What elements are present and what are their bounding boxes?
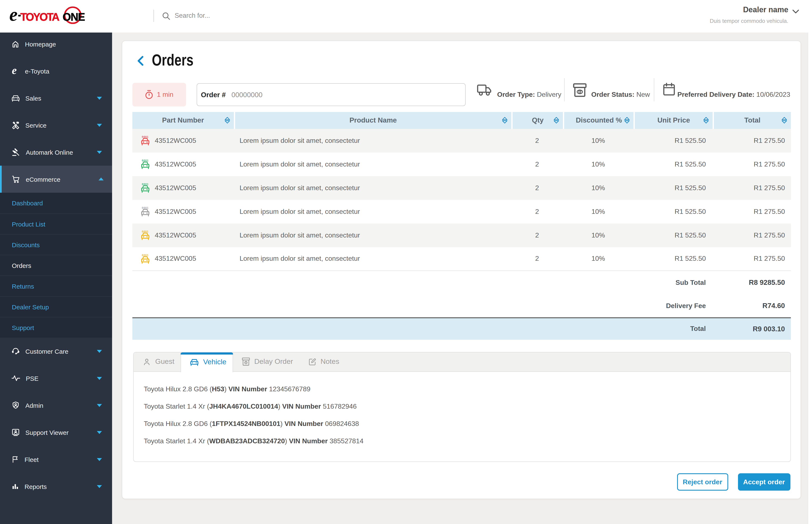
svg-text:0001: 0001 <box>142 159 149 162</box>
svg-text:e: e <box>12 66 17 76</box>
svg-text:0001: 0001 <box>142 207 149 209</box>
svg-text:0001: 0001 <box>142 135 149 138</box>
svg-text:0001: 0001 <box>142 183 149 186</box>
svg-text:0001: 0001 <box>142 253 149 257</box>
svg-text:0001: 0001 <box>142 230 149 233</box>
